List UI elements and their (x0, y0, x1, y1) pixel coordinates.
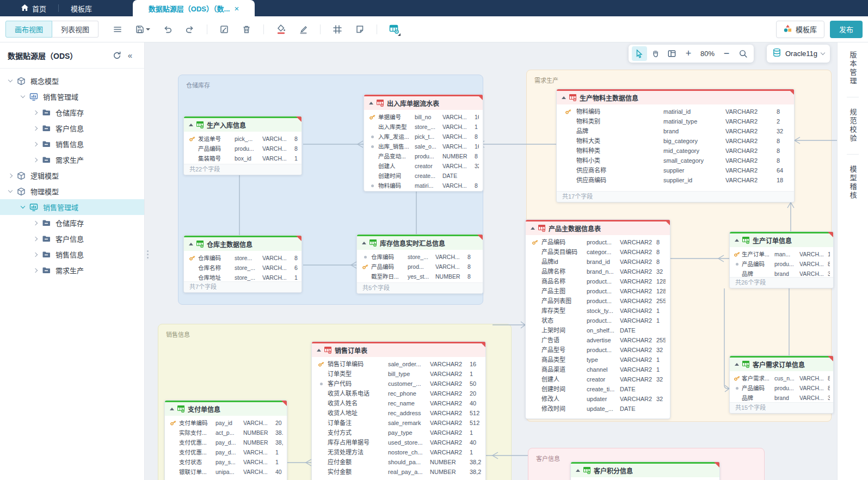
field-row-支付状态[interactable]: 支付状态pay_s...VARCH...1 (165, 457, 287, 467)
collapse-icon[interactable] (362, 242, 366, 244)
field-row-商品渠道[interactable]: 商品渠道channelVARCHAR21 (526, 365, 670, 374)
save-caret-icon[interactable] (146, 28, 150, 30)
layout-icon[interactable] (664, 46, 680, 61)
collapse-icon[interactable] (189, 243, 193, 245)
field-row-创建时间[interactable]: 创建时间create...DATE (364, 171, 483, 181)
chevron-right-icon[interactable] (33, 110, 38, 114)
tree-item-仓储库存[interactable]: 仓储库存 (0, 215, 144, 231)
undo-icon[interactable] (161, 22, 175, 36)
field-row-客户需求...[interactable]: 客户需求...cus_n...VARCH...8 (730, 373, 833, 383)
field-row-创建人[interactable]: 创建人creatorVARCHAR232 (526, 374, 670, 384)
field-row-品牌名称[interactable]: 品牌名称brand_n...VARCHAR232 (526, 267, 670, 276)
tree-item-需求生产[interactable]: 需求生产 (0, 152, 144, 168)
field-row-支付方式[interactable]: 支付方式pay_typeVARCHAR21 (312, 428, 485, 438)
field-row-出入库类型[interactable]: 出入库类型store_...VARCH...1 (364, 122, 483, 132)
chevron-right-icon[interactable] (33, 236, 38, 241)
search-icon[interactable] (735, 46, 750, 61)
tree-item-销售信息[interactable]: 销售信息 (0, 247, 144, 262)
entity-客户积分信息[interactable]: 客户积分信息 (570, 461, 720, 480)
field-row-发运单号[interactable]: 发运单号pick_...VARCH...8 (184, 134, 301, 144)
tree-item-逻辑模型[interactable]: 逻辑模型 (0, 168, 144, 183)
frame-icon[interactable] (330, 22, 344, 36)
field-row-订单备注[interactable]: 订单备注sale_remarkVARCHAR2512 (312, 418, 485, 428)
diagram-canvas[interactable]: + 80% − Oracle11g 仓储库存需求生产销售信息客户信息生产入库信息… (145, 42, 837, 480)
field-row-供应商名称[interactable]: 供应商名称supplierVARCHAR264 (557, 165, 794, 175)
field-row-收货人地址[interactable]: 收货人地址rec_addressVARCHAR2512 (312, 408, 485, 418)
entity-header[interactable]: 客户需求订单信息 (730, 358, 833, 371)
entity-库存信息实时汇总信息[interactable]: 库存信息实时汇总信息仓库编码store_...VARCH...8产品编码prod… (356, 234, 483, 294)
entity-header[interactable]: 客户积分信息 (571, 464, 719, 477)
entity-header[interactable]: 生产物料主数据信息 (557, 91, 794, 104)
field-row-单据编号[interactable]: 单据编号bill_noVARCH...16 (364, 112, 483, 122)
close-icon[interactable]: × (234, 4, 239, 13)
field-row-供应商编码[interactable]: 供应商编码supplier_idVARCHAR218 (557, 175, 794, 185)
tree-item-物理模型[interactable]: 物理模型 (0, 183, 144, 199)
publish-button[interactable]: 发布 (830, 21, 863, 38)
delete-icon[interactable] (239, 22, 254, 36)
entity-header[interactable]: 出入库单据流水表 (364, 96, 483, 110)
side-tool-规范校验[interactable]: 规范校验 (848, 107, 858, 144)
table-settings-icon[interactable] (387, 22, 401, 36)
entity-header[interactable]: 仓库主数据信息 (184, 237, 301, 251)
entity-客户需求订单信息[interactable]: 客户需求订单信息客户需求...cus_n...VARCH...8产品编码prod… (729, 355, 834, 414)
entity-产品主数据信息表[interactable]: 产品主数据信息表产品编码product...VARCHAR28产品类目编码cat… (525, 219, 670, 419)
hand-icon[interactable] (648, 46, 663, 61)
field-row-物料编码[interactable]: 物料编码matiri...VARCH...8 (364, 181, 483, 190)
entity-header[interactable]: 生产订单信息 (730, 233, 833, 247)
tree-item-客户信息[interactable]: 客户信息 (0, 231, 144, 247)
cursor-icon[interactable] (632, 46, 647, 61)
field-row-出库_销售...[interactable]: 出库_销售...sale_o...VARCH...16 (364, 141, 483, 151)
note-icon[interactable] (353, 22, 367, 36)
field-row-创建人[interactable]: 创建人creatorVARCH...32 (364, 161, 483, 171)
chevron-right-icon[interactable] (8, 173, 13, 177)
collapse-icon[interactable] (170, 408, 174, 410)
entity-header[interactable]: 生产入库信息 (184, 118, 301, 132)
field-row-支付优惠...[interactable]: 支付优惠...pay_d...VARCH...1 (165, 447, 287, 457)
chevron-right-icon[interactable] (33, 268, 38, 272)
collapse-icon[interactable] (317, 349, 321, 352)
field-row-入库_发运...[interactable]: 入库_发运...pick_t...VARCH...8 (364, 132, 483, 141)
field-row-产品变动...[interactable]: 产品变动...produ...NUMBER8 (364, 151, 483, 161)
field-row-产品编码[interactable]: 产品编码produ...VARCH...8 (184, 144, 301, 153)
field-row-库存占用单据号[interactable]: 库存占用单据号used_store...VARCHAR240 (312, 438, 485, 447)
field-row-商品名称[interactable]: 商品名称product...VARCHAR2128 (526, 276, 670, 286)
entity-生产物料主数据信息[interactable]: 生产物料主数据信息物料编码matirial_idVARCHAR28物料类别mat… (556, 89, 795, 202)
entity-生产入库信息[interactable]: 生产入库信息发运单号pick_...VARCH...8产品编码produ...V… (183, 116, 302, 175)
menu-icon[interactable] (110, 22, 125, 36)
field-row-无货处理方法[interactable]: 无货处理方法nostore_ch...VARCHAR21 (312, 447, 485, 457)
entity-出入库单据流水表[interactable]: 出入库单据流水表单据编号bill_noVARCH...16出入库类型store_… (364, 94, 483, 192)
collapse-icon[interactable] (576, 469, 580, 472)
chevron-down-icon[interactable] (21, 94, 25, 98)
pencil-icon[interactable] (296, 22, 310, 36)
entity-销售订单表[interactable]: 销售订单表销售订单编码sale_order...VARCHAR216订单类型bi… (311, 341, 486, 480)
field-row-产品主图[interactable]: 产品主图product...VARCHAR2128 (526, 286, 670, 296)
field-row-上架时间[interactable]: 上架时间on_shelf...DATE (526, 325, 670, 335)
field-row-产品列表图[interactable]: 产品列表图product...VARCHAR2255 (526, 296, 670, 306)
tree-item-概念模型[interactable]: 概念模型 (0, 73, 144, 89)
entity-生产订单信息[interactable]: 生产订单信息生产订单...man...VARCH...16产品编码produ..… (729, 231, 834, 288)
tree-item-需求生产[interactable]: 需求生产 (0, 262, 144, 278)
field-row-品牌id[interactable]: 品牌idbrand_idVARCHAR28 (526, 257, 670, 267)
collapse-icon[interactable] (735, 239, 739, 242)
tree-item-销售管理域[interactable]: 销售管理域 (0, 199, 144, 215)
field-row-产品编码[interactable]: 产品编码prod...VARCH...8 (357, 262, 483, 272)
field-row-产品编码[interactable]: 产品编码produ...VARCH...8 (730, 259, 833, 269)
field-row-库存类型[interactable]: 库存类型stock_ty...VARCHAR21 (526, 306, 670, 316)
collapse-icon[interactable] (562, 96, 566, 99)
field-row-物料编码[interactable]: 物料编码matirial_idVARCHAR28 (557, 107, 794, 116)
field-row-物料大类[interactable]: 物料大类big_categoryVARCHAR28 (557, 136, 794, 146)
tree-item-仓储库存[interactable]: 仓储库存 (0, 104, 144, 120)
field-row-产品编码[interactable]: 产品编码produ...VARCH...8 (730, 383, 833, 393)
field-row-修改人[interactable]: 修改人updaterVARCHAR232 (526, 394, 670, 404)
list-view-button[interactable]: 列表视图 (52, 21, 99, 38)
template-library-button[interactable]: 模板库 (776, 21, 824, 38)
entity-支付单信息[interactable]: 支付单信息支付单编码pay_idVARCH...20实际支付...act_p..… (164, 400, 287, 480)
field-row-订单类型[interactable]: 订单类型bill_typeVARCHAR21 (312, 369, 485, 379)
chevron-down-icon[interactable] (8, 188, 13, 193)
field-row-仓库编码[interactable]: 仓库编码store_...VARCH...8 (357, 252, 483, 262)
entity-仓库主数据信息[interactable]: 仓库主数据信息仓库编码store...VARCH...8仓库名称store_..… (183, 235, 302, 293)
field-row-销售订单编码[interactable]: 销售订单编码sale_order...VARCHAR216 (312, 359, 485, 369)
field-row-收货人姓名[interactable]: 收货人姓名rec_nameVARCHAR240 (312, 398, 485, 408)
field-row-品牌[interactable]: 品牌brandVARCH...32 (730, 393, 833, 403)
field-row-仓库编码[interactable]: 仓库编码store...VARCH...8 (184, 253, 301, 263)
